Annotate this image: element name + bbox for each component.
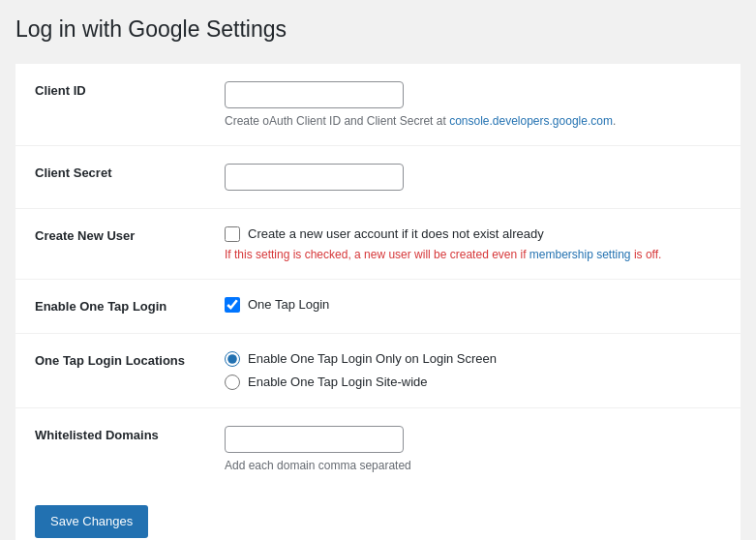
enable-one-tap-cell: One Tap Login [209,279,741,333]
one-tap-login-screen-text: Enable One Tap Login Only on Login Scree… [248,351,497,366]
enable-one-tap-checkbox[interactable] [225,297,240,313]
client-id-help-text: Create oAuth Client ID and Client Secret… [225,114,449,128]
enable-one-tap-row: Enable One Tap Login One Tap Login [15,279,741,333]
enable-one-tap-checkbox-text: One Tap Login [248,297,329,312]
client-id-help: Create oAuth Client ID and Client Secret… [225,114,725,128]
enable-one-tap-label: Enable One Tap Login [15,279,209,333]
create-new-user-checkbox-text: Create a new user account if it does not… [248,226,544,241]
create-new-user-checkbox-label[interactable]: Create a new user account if it does not… [225,226,725,242]
whitelisted-domains-help: Add each domain comma separated [225,459,725,472]
membership-setting-link[interactable]: membership setting [529,248,631,261]
one-tap-sitewide-radio[interactable] [225,375,240,390]
one-tap-login-screen-label[interactable]: Enable One Tap Login Only on Login Scree… [225,351,725,367]
one-tap-locations-cell: Enable One Tap Login Only on Login Scree… [209,333,741,407]
client-secret-label: Client Secret [15,145,209,208]
whitelisted-domains-label: Whitelisted Domains [15,407,209,490]
client-id-row: Client ID Create oAuth Client ID and Cli… [15,64,741,146]
warning-after-text: is off. [631,248,662,261]
save-changes-button[interactable]: Save Changes [35,505,148,538]
client-id-label: Client ID [15,64,209,146]
create-new-user-warning: If this setting is checked, a new user w… [225,248,725,261]
save-button-wrapper: Save Changes [15,490,741,540]
console-link[interactable]: console.developers.google.com [449,114,613,128]
create-new-user-row: Create New User Create a new user accoun… [15,208,741,279]
create-new-user-cell: Create a new user account if it does not… [209,208,741,279]
enable-one-tap-checkbox-label[interactable]: One Tap Login [225,297,725,313]
page-title: Log in with Google Settings [15,15,741,45]
one-tap-sitewide-text: Enable One Tap Login Site-wide [248,375,428,389]
warning-before-text: If this setting is checked, a new user w… [225,248,529,261]
client-secret-input[interactable] [225,164,404,191]
page-wrapper: Log in with Google Settings Client ID Cr… [0,0,756,540]
client-secret-row: Client Secret [15,145,741,208]
create-new-user-checkbox[interactable] [225,226,240,242]
whitelisted-domains-cell: Add each domain comma separated [209,407,741,490]
client-id-cell: Create oAuth Client ID and Client Secret… [209,64,741,146]
create-new-user-label: Create New User [15,208,209,279]
one-tap-locations-label: One Tap Login Locations [15,333,209,407]
client-secret-cell [209,145,741,208]
settings-form: Client ID Create oAuth Client ID and Cli… [15,64,741,540]
one-tap-locations-row: One Tap Login Locations Enable One Tap L… [15,333,741,407]
one-tap-locations-radio-group: Enable One Tap Login Only on Login Scree… [225,351,725,390]
one-tap-login-screen-radio[interactable] [225,351,240,367]
client-id-input[interactable] [225,81,404,108]
form-table: Client ID Create oAuth Client ID and Cli… [15,64,741,490]
whitelisted-domains-input[interactable] [225,426,404,453]
one-tap-sitewide-label[interactable]: Enable One Tap Login Site-wide [225,375,725,390]
whitelisted-domains-row: Whitelisted Domains Add each domain comm… [15,407,741,490]
client-id-help-period: . [613,114,616,128]
